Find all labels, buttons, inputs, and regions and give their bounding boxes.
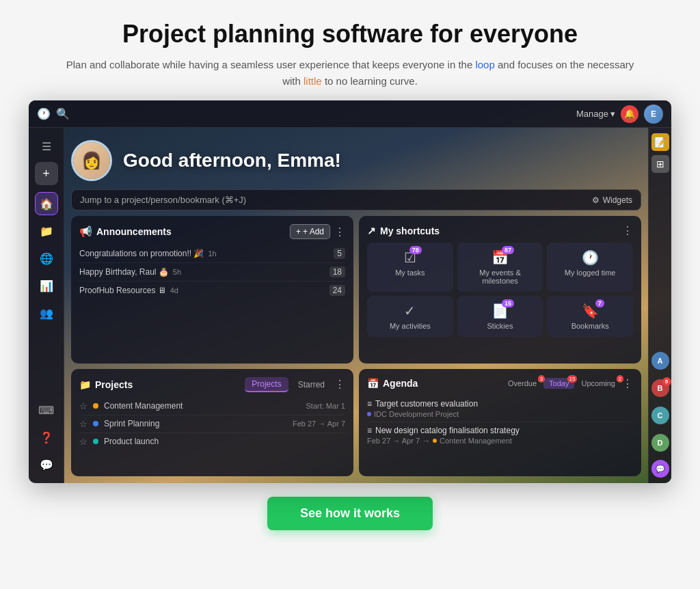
dot-teal-1: [93, 439, 98, 444]
events-icon: 📅 87: [492, 249, 509, 266]
user-avatar-top[interactable]: E: [644, 105, 663, 124]
shortcut-events[interactable]: 📅 87 My events & milestones: [457, 243, 543, 292]
content-area: 👩 Good afternoon, Emma! Jump to a projec…: [64, 128, 648, 483]
shortcut-logged-time[interactable]: 🕐 My logged time: [547, 243, 633, 292]
dot-yellow-1: [93, 403, 98, 409]
sidebar-team-icon[interactable]: 👥: [35, 301, 58, 325]
agenda-item-1: ≡ Target customers evaluation IDC Develo…: [367, 396, 633, 422]
widgets-button[interactable]: ⚙ Widgets: [592, 195, 632, 205]
sub-dot-1: [367, 412, 371, 416]
page-subtitle: Plan and collaborate while having a seam…: [56, 57, 644, 90]
notification-bell[interactable]: 🔔: [621, 105, 638, 123]
right-avatar-2[interactable]: B 5: [651, 379, 669, 397]
projects-tabs: Projects Starred ⋮: [245, 377, 345, 392]
activities-icon: ✓: [404, 303, 416, 319]
right-chat-button[interactable]: 💬: [651, 460, 669, 478]
little-link: little: [304, 75, 322, 87]
sidebar-globe-icon[interactable]: 🌐: [35, 247, 58, 270]
project-item-1: ☆ Content Management Start: Mar 1: [79, 398, 345, 415]
top-bar: 🕐 🔍 Manage ▾ 🔔 E: [29, 100, 671, 128]
clock-icon[interactable]: 🕐: [37, 107, 51, 120]
shortcuts-header: ↗ My shortcuts ⋮: [367, 224, 633, 237]
star-icon-1[interactable]: ☆: [79, 401, 88, 411]
cta-section: See how it works: [254, 483, 446, 544]
announcements-widget: 📢 Announcements + + Add ⋮: [71, 216, 353, 364]
manage-button[interactable]: Manage ▾: [576, 109, 615, 119]
tasks-icon: ☑ 78: [404, 249, 416, 266]
agenda-more-button[interactable]: ⋮: [622, 377, 633, 390]
shortcut-bookmarks[interactable]: 🔖 7 Bookmarks: [547, 296, 633, 337]
right-sidebar: 📝 ⊞ A B 5 C D 💬: [648, 128, 671, 483]
projects-widget: 📁 Projects Projects Starred ⋮ ☆: [71, 369, 353, 477]
right-grid-icon[interactable]: ⊞: [651, 155, 669, 173]
sidebar-add-button[interactable]: +: [35, 162, 58, 185]
projects-more-button[interactable]: ⋮: [334, 378, 345, 391]
search-bar[interactable]: Jump to a project/person/bookmark (⌘+J) …: [71, 189, 641, 210]
task-icon-2: ≡: [367, 426, 372, 435]
sidebar-chart-icon[interactable]: 📊: [35, 274, 58, 297]
page-header: Project planning software for everyone P…: [42, 0, 658, 100]
project-item-2: ☆ Sprint Planning Feb 27 → Apr 7: [79, 415, 345, 433]
announcements-more-button[interactable]: ⋮: [334, 225, 345, 238]
app-main: ☰ + 🏠 📁 🌐 📊 👥 ⌨ ❓ 💬 👩 Good afternoon, Em…: [29, 128, 671, 483]
topbar-left: 🕐 🔍: [37, 107, 569, 120]
task-icon-1: ≡: [367, 399, 372, 409]
right-avatar-1[interactable]: A: [651, 352, 669, 370]
announcements-list: Congratulations on promotion!! 🎉 1h 5 Ha…: [79, 245, 345, 299]
agenda-header: 📅 Agenda Overdue 3 Today 15: [367, 377, 633, 390]
agenda-tabs: Overdue 3 Today 15 Upcoming 2 ⋮: [502, 377, 633, 390]
sub-dot-2: [433, 439, 437, 443]
announcements-header: 📢 Announcements + + Add ⋮: [79, 224, 345, 239]
shortcuts-more-button[interactable]: ⋮: [622, 224, 633, 237]
sidebar-keyboard-icon[interactable]: ⌨: [35, 398, 58, 422]
projects-tab-projects[interactable]: Projects: [245, 377, 288, 392]
gear-icon: ⚙: [592, 195, 600, 205]
announcements-actions: + + Add ⋮: [290, 224, 345, 239]
dot-blue-1: [93, 421, 98, 426]
project-item-3: ☆ Product launch: [79, 433, 345, 450]
right-sticky-icon[interactable]: 📝: [651, 133, 669, 151]
shortcut-activities[interactable]: ✓ My activities: [367, 296, 453, 337]
sidebar: ☰ + 🏠 📁 🌐 📊 👥 ⌨ ❓ 💬: [29, 128, 64, 483]
shortcut-my-tasks[interactable]: ☑ 78 My tasks: [367, 243, 453, 292]
folder-icon: 📁: [79, 379, 91, 390]
agenda-tab-overdue[interactable]: Overdue 3: [502, 378, 542, 389]
sidebar-help-icon[interactable]: ❓: [35, 426, 58, 449]
projects-title: 📁 Projects: [79, 379, 133, 390]
agenda-list: ≡ Target customers evaluation IDC Develo…: [367, 396, 633, 448]
chevron-down-icon: ▾: [610, 109, 615, 119]
loop-link: loop: [475, 59, 494, 70]
app-window: 🕐 🔍 Manage ▾ 🔔 E ☰ + 🏠 📁 🌐 📊 👥 ⌨ ❓ 💬: [29, 100, 671, 483]
cta-button[interactable]: See how it works: [267, 497, 433, 530]
announcement-item-3: ProofHub Resources 🖥 4d 24: [79, 282, 345, 299]
agenda-tab-today[interactable]: Today 15: [543, 378, 574, 389]
announcements-add-button[interactable]: + + Add: [290, 224, 330, 239]
right-avatar-3[interactable]: C: [651, 407, 669, 424]
user-avatar-greeting: 👩: [71, 140, 112, 181]
announcements-title: 📢 Announcements: [79, 225, 172, 238]
topbar-right: Manage ▾ 🔔 E: [576, 105, 663, 124]
star-icon-2[interactable]: ☆: [79, 419, 88, 429]
shortcuts-title: ↗ My shortcuts: [367, 225, 440, 237]
stickies-icon: 📄 15: [492, 303, 509, 319]
shortcut-stickies[interactable]: 📄 15 Stickies: [457, 296, 543, 337]
sidebar-folder-icon[interactable]: 📁: [35, 219, 58, 243]
right-avatar-4[interactable]: D: [651, 434, 669, 452]
sidebar-menu-icon[interactable]: ☰: [35, 135, 58, 158]
sidebar-home-icon[interactable]: 🏠: [35, 192, 58, 215]
shortcuts-widget: ↗ My shortcuts ⋮ ☑ 78 My tasks: [359, 216, 641, 364]
agenda-widget: 📅 Agenda Overdue 3 Today 15: [359, 369, 641, 477]
agenda-title: 📅 Agenda: [367, 378, 418, 389]
agenda-tab-upcoming[interactable]: Upcoming 2: [576, 378, 621, 389]
announcement-item-2: Happy Birthday, Raul 🎂 5h 18: [79, 263, 345, 282]
sidebar-chat-icon[interactable]: 💬: [35, 453, 58, 476]
projects-tab-starred[interactable]: Starred: [291, 378, 332, 392]
search-placeholder: Jump to a project/person/bookmark (⌘+J): [80, 195, 246, 205]
search-icon[interactable]: 🔍: [56, 107, 70, 120]
announcement-item-1: Congratulations on promotion!! 🎉 1h 5: [79, 245, 345, 263]
bookmarks-icon: 🔖 7: [582, 303, 599, 319]
shortcuts-grid: ☑ 78 My tasks 📅 87 My events & milestone…: [367, 243, 633, 337]
star-icon-3[interactable]: ☆: [79, 437, 88, 447]
avatar-image: 👩: [73, 141, 110, 180]
plus-icon: +: [296, 227, 301, 236]
